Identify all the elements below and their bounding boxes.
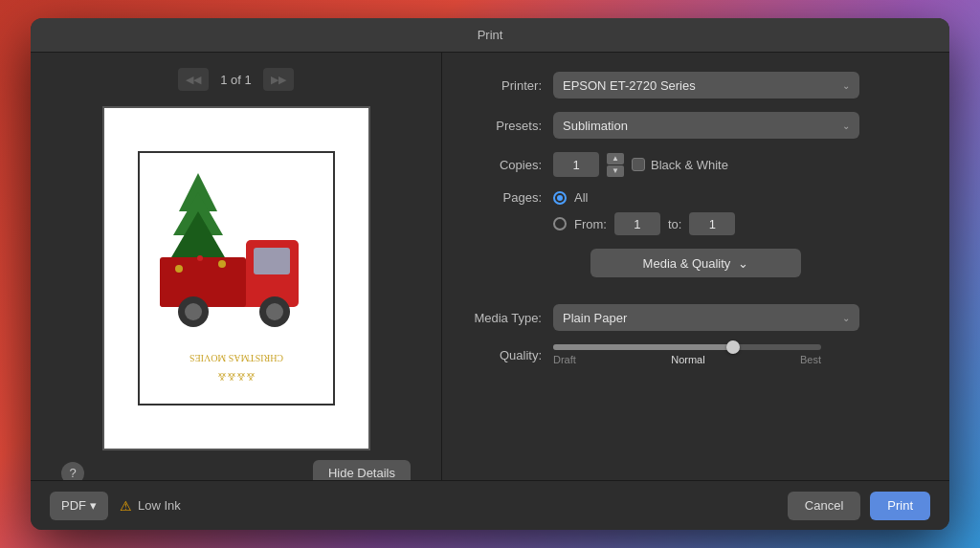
quality-slider-fill — [553, 344, 733, 350]
quality-slider-container: Draft Normal Best — [553, 344, 821, 365]
from-pages-row: From: to: — [553, 212, 735, 235]
pages-radio-group: All From: to: — [553, 190, 735, 235]
quality-draft-label: Draft — [553, 354, 576, 365]
copies-label: Copies: — [465, 158, 542, 172]
pdf-chevron-icon: ▾ — [90, 498, 97, 513]
left-bottom-bar: ? Hide Details — [46, 450, 426, 480]
copies-controls: ▲ ▼ Black & White — [553, 152, 728, 177]
quality-best-label: Best — [800, 354, 821, 365]
presets-label: Presets: — [465, 119, 542, 133]
quality-slider-thumb[interactable] — [726, 340, 740, 354]
pdf-button[interactable]: PDF ▾ — [50, 492, 108, 520]
from-label: From: — [574, 217, 607, 231]
section-dropdown[interactable]: Media & Quality ⌄ — [590, 249, 801, 277]
printer-value: EPSON ET-2720 Series — [563, 78, 696, 93]
svg-point-18 — [197, 255, 203, 261]
svg-point-13 — [266, 303, 283, 320]
bw-checkbox[interactable] — [632, 158, 645, 171]
presets-chevron-icon: ⌄ — [842, 121, 850, 131]
copies-decrement-button[interactable]: ▼ — [607, 165, 624, 177]
prev-page-button[interactable]: ◀◀ — [178, 68, 209, 91]
preview-image: CHRISTMAS MOVIES ⁂ ⁂ ⁂ ⁂ — [131, 144, 342, 412]
section-dropdown-chevron-icon: ⌄ — [738, 256, 748, 271]
all-pages-row: All — [553, 190, 735, 205]
to-page-input[interactable] — [689, 212, 735, 235]
printer-row: Printer: EPSON ET-2720 Series ⌄ — [465, 72, 926, 99]
quality-slider-labels: Draft Normal Best — [553, 354, 821, 365]
to-label: to: — [668, 217, 681, 231]
media-type-label: Media Type: — [465, 311, 542, 325]
media-type-dropdown[interactable]: Plain Paper ⌄ — [553, 304, 859, 331]
right-panel: Printer: EPSON ET-2720 Series ⌄ Presets:… — [442, 53, 949, 480]
section-dropdown-label: Media & Quality — [643, 256, 731, 271]
copies-row: Copies: ▲ ▼ Black & White — [465, 152, 926, 177]
svg-text:⁂ ⁂ ⁂ ⁂: ⁂ ⁂ ⁂ ⁂ — [218, 372, 255, 381]
hide-details-button[interactable]: Hide Details — [313, 460, 411, 480]
next-page-button[interactable]: ▶▶ — [263, 68, 294, 91]
presets-value: Sublimation — [563, 119, 628, 133]
bw-label: Black & White — [651, 158, 728, 172]
pages-label: Pages: — [465, 190, 542, 205]
from-pages-radio[interactable] — [553, 217, 567, 230]
print-button[interactable]: Print — [870, 492, 930, 520]
media-type-row: Media Type: Plain Paper ⌄ — [465, 304, 926, 331]
left-panel: ◀◀ 1 of 1 ▶▶ — [31, 53, 442, 480]
print-preview: CHRISTMAS MOVIES ⁂ ⁂ ⁂ ⁂ — [102, 106, 370, 450]
copies-input[interactable] — [553, 152, 599, 177]
quality-label: Quality: — [465, 348, 542, 362]
quality-slider-track — [553, 344, 821, 350]
from-page-input[interactable] — [614, 212, 660, 235]
action-bar: PDF ▾ ⚠ Low Ink Cancel Print — [31, 480, 949, 530]
dialog-content: ◀◀ 1 of 1 ▶▶ — [31, 53, 949, 480]
all-pages-label: All — [574, 190, 588, 205]
media-type-value: Plain Paper — [563, 311, 627, 325]
copies-increment-button[interactable]: ▲ — [607, 153, 624, 164]
printer-label: Printer: — [465, 78, 542, 93]
cancel-button[interactable]: Cancel — [788, 492, 860, 520]
svg-point-11 — [185, 303, 202, 320]
dialog-title: Print — [478, 28, 503, 42]
preview-content: CHRISTMAS MOVIES ⁂ ⁂ ⁂ ⁂ — [117, 121, 356, 436]
svg-point-16 — [175, 265, 183, 273]
printer-dropdown[interactable]: EPSON ET-2720 Series ⌄ — [553, 72, 859, 99]
page-nav: ◀◀ 1 of 1 ▶▶ — [46, 68, 426, 91]
warning-icon: ⚠ — [120, 498, 132, 514]
svg-point-17 — [218, 260, 226, 268]
print-dialog: Print ◀◀ 1 of 1 ▶▶ — [31, 18, 949, 530]
bw-checkbox-label: Black & White — [632, 158, 728, 172]
all-pages-radio[interactable] — [553, 191, 567, 205]
copies-stepper: ▲ ▼ — [607, 153, 624, 177]
low-ink-warning: ⚠ Low Ink — [120, 498, 181, 514]
quality-row: Quality: Draft Normal Best — [465, 344, 926, 365]
quality-normal-label: Normal — [671, 354, 704, 365]
title-bar: Print — [31, 18, 949, 53]
page-count: 1 of 1 — [220, 73, 252, 87]
presets-dropdown[interactable]: Sublimation ⌄ — [553, 112, 859, 139]
low-ink-label: Low Ink — [138, 498, 181, 513]
svg-rect-9 — [160, 257, 246, 307]
svg-rect-8 — [254, 248, 290, 274]
svg-text:CHRISTMAS MOVIES: CHRISTMAS MOVIES — [189, 353, 282, 363]
help-button[interactable]: ? — [61, 462, 84, 481]
pages-row: Pages: All From: to: — [465, 190, 926, 235]
action-bar-right: Cancel Print — [788, 492, 930, 520]
media-type-chevron-icon: ⌄ — [842, 313, 850, 323]
pdf-label: PDF — [61, 498, 86, 513]
presets-row: Presets: Sublimation ⌄ — [465, 112, 926, 139]
printer-chevron-icon: ⌄ — [842, 80, 850, 91]
